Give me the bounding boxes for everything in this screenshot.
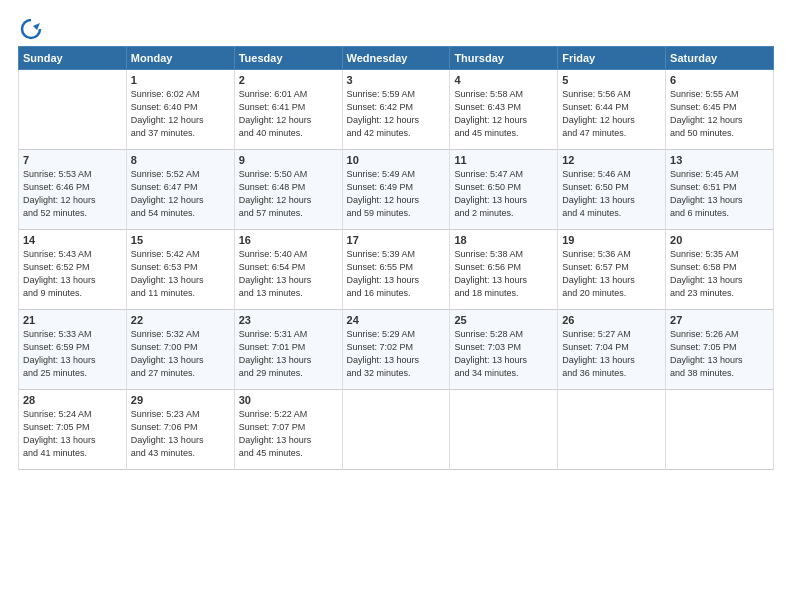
cell-content: Sunrise: 5:31 AM Sunset: 7:01 PM Dayligh… bbox=[239, 328, 338, 380]
header-wednesday: Wednesday bbox=[342, 47, 450, 70]
cell-w1-d3: 2Sunrise: 6:01 AM Sunset: 6:41 PM Daylig… bbox=[234, 70, 342, 150]
cell-w3-d4: 17Sunrise: 5:39 AM Sunset: 6:55 PM Dayli… bbox=[342, 230, 450, 310]
cell-content: Sunrise: 5:35 AM Sunset: 6:58 PM Dayligh… bbox=[670, 248, 769, 300]
week-row-2: 7Sunrise: 5:53 AM Sunset: 6:46 PM Daylig… bbox=[19, 150, 774, 230]
cell-content: Sunrise: 5:58 AM Sunset: 6:43 PM Dayligh… bbox=[454, 88, 553, 140]
day-number: 6 bbox=[670, 74, 769, 86]
day-number: 1 bbox=[131, 74, 230, 86]
day-number: 19 bbox=[562, 234, 661, 246]
header-thursday: Thursday bbox=[450, 47, 558, 70]
cell-content: Sunrise: 5:45 AM Sunset: 6:51 PM Dayligh… bbox=[670, 168, 769, 220]
week-row-3: 14Sunrise: 5:43 AM Sunset: 6:52 PM Dayli… bbox=[19, 230, 774, 310]
cell-content: Sunrise: 5:27 AM Sunset: 7:04 PM Dayligh… bbox=[562, 328, 661, 380]
cell-w5-d1: 28Sunrise: 5:24 AM Sunset: 7:05 PM Dayli… bbox=[19, 390, 127, 470]
cell-content: Sunrise: 5:56 AM Sunset: 6:44 PM Dayligh… bbox=[562, 88, 661, 140]
cell-w2-d1: 7Sunrise: 5:53 AM Sunset: 6:46 PM Daylig… bbox=[19, 150, 127, 230]
day-number: 22 bbox=[131, 314, 230, 326]
cell-content: Sunrise: 5:26 AM Sunset: 7:05 PM Dayligh… bbox=[670, 328, 769, 380]
cell-w4-d6: 26Sunrise: 5:27 AM Sunset: 7:04 PM Dayli… bbox=[558, 310, 666, 390]
cell-content: Sunrise: 5:53 AM Sunset: 6:46 PM Dayligh… bbox=[23, 168, 122, 220]
cell-w5-d5 bbox=[450, 390, 558, 470]
cell-w2-d6: 12Sunrise: 5:46 AM Sunset: 6:50 PM Dayli… bbox=[558, 150, 666, 230]
cell-w4-d3: 23Sunrise: 5:31 AM Sunset: 7:01 PM Dayli… bbox=[234, 310, 342, 390]
week-row-1: 1Sunrise: 6:02 AM Sunset: 6:40 PM Daylig… bbox=[19, 70, 774, 150]
cell-w3-d6: 19Sunrise: 5:36 AM Sunset: 6:57 PM Dayli… bbox=[558, 230, 666, 310]
header-monday: Monday bbox=[126, 47, 234, 70]
day-number: 4 bbox=[454, 74, 553, 86]
day-number: 28 bbox=[23, 394, 122, 406]
cell-w1-d5: 4Sunrise: 5:58 AM Sunset: 6:43 PM Daylig… bbox=[450, 70, 558, 150]
day-number: 23 bbox=[239, 314, 338, 326]
header-sunday: Sunday bbox=[19, 47, 127, 70]
cell-content: Sunrise: 5:39 AM Sunset: 6:55 PM Dayligh… bbox=[347, 248, 446, 300]
day-number: 29 bbox=[131, 394, 230, 406]
day-number: 18 bbox=[454, 234, 553, 246]
day-number: 25 bbox=[454, 314, 553, 326]
day-number: 13 bbox=[670, 154, 769, 166]
cell-w2-d5: 11Sunrise: 5:47 AM Sunset: 6:50 PM Dayli… bbox=[450, 150, 558, 230]
cell-content: Sunrise: 5:28 AM Sunset: 7:03 PM Dayligh… bbox=[454, 328, 553, 380]
day-number: 12 bbox=[562, 154, 661, 166]
day-number: 20 bbox=[670, 234, 769, 246]
cell-content: Sunrise: 5:32 AM Sunset: 7:00 PM Dayligh… bbox=[131, 328, 230, 380]
cell-content: Sunrise: 5:47 AM Sunset: 6:50 PM Dayligh… bbox=[454, 168, 553, 220]
day-number: 9 bbox=[239, 154, 338, 166]
header-saturday: Saturday bbox=[666, 47, 774, 70]
day-number: 17 bbox=[347, 234, 446, 246]
cell-w1-d6: 5Sunrise: 5:56 AM Sunset: 6:44 PM Daylig… bbox=[558, 70, 666, 150]
cell-content: Sunrise: 5:52 AM Sunset: 6:47 PM Dayligh… bbox=[131, 168, 230, 220]
cell-content: Sunrise: 5:23 AM Sunset: 7:06 PM Dayligh… bbox=[131, 408, 230, 460]
day-number: 7 bbox=[23, 154, 122, 166]
calendar-table: SundayMondayTuesdayWednesdayThursdayFrid… bbox=[18, 46, 774, 470]
cell-w3-d5: 18Sunrise: 5:38 AM Sunset: 6:56 PM Dayli… bbox=[450, 230, 558, 310]
cell-content: Sunrise: 5:42 AM Sunset: 6:53 PM Dayligh… bbox=[131, 248, 230, 300]
cell-w5-d2: 29Sunrise: 5:23 AM Sunset: 7:06 PM Dayli… bbox=[126, 390, 234, 470]
cell-content: Sunrise: 5:49 AM Sunset: 6:49 PM Dayligh… bbox=[347, 168, 446, 220]
day-number: 21 bbox=[23, 314, 122, 326]
cell-content: Sunrise: 5:43 AM Sunset: 6:52 PM Dayligh… bbox=[23, 248, 122, 300]
day-number: 15 bbox=[131, 234, 230, 246]
day-number: 27 bbox=[670, 314, 769, 326]
cell-w5-d7 bbox=[666, 390, 774, 470]
cell-w1-d2: 1Sunrise: 6:02 AM Sunset: 6:40 PM Daylig… bbox=[126, 70, 234, 150]
cell-w2-d7: 13Sunrise: 5:45 AM Sunset: 6:51 PM Dayli… bbox=[666, 150, 774, 230]
header-friday: Friday bbox=[558, 47, 666, 70]
cell-content: Sunrise: 5:40 AM Sunset: 6:54 PM Dayligh… bbox=[239, 248, 338, 300]
header-tuesday: Tuesday bbox=[234, 47, 342, 70]
cell-w4-d5: 25Sunrise: 5:28 AM Sunset: 7:03 PM Dayli… bbox=[450, 310, 558, 390]
cell-content: Sunrise: 6:02 AM Sunset: 6:40 PM Dayligh… bbox=[131, 88, 230, 140]
cell-w4-d7: 27Sunrise: 5:26 AM Sunset: 7:05 PM Dayli… bbox=[666, 310, 774, 390]
cell-w3-d3: 16Sunrise: 5:40 AM Sunset: 6:54 PM Dayli… bbox=[234, 230, 342, 310]
day-number: 8 bbox=[131, 154, 230, 166]
cell-content: Sunrise: 5:59 AM Sunset: 6:42 PM Dayligh… bbox=[347, 88, 446, 140]
cell-w5-d3: 30Sunrise: 5:22 AM Sunset: 7:07 PM Dayli… bbox=[234, 390, 342, 470]
page: SundayMondayTuesdayWednesdayThursdayFrid… bbox=[0, 0, 792, 612]
cell-content: Sunrise: 5:29 AM Sunset: 7:02 PM Dayligh… bbox=[347, 328, 446, 380]
cell-w2-d2: 8Sunrise: 5:52 AM Sunset: 6:47 PM Daylig… bbox=[126, 150, 234, 230]
week-row-5: 28Sunrise: 5:24 AM Sunset: 7:05 PM Dayli… bbox=[19, 390, 774, 470]
logo-icon bbox=[20, 18, 42, 40]
cell-content: Sunrise: 5:22 AM Sunset: 7:07 PM Dayligh… bbox=[239, 408, 338, 460]
cell-content: Sunrise: 5:33 AM Sunset: 6:59 PM Dayligh… bbox=[23, 328, 122, 380]
day-number: 10 bbox=[347, 154, 446, 166]
header bbox=[18, 18, 774, 40]
day-number: 24 bbox=[347, 314, 446, 326]
cell-content: Sunrise: 5:24 AM Sunset: 7:05 PM Dayligh… bbox=[23, 408, 122, 460]
day-number: 30 bbox=[239, 394, 338, 406]
cell-w1-d7: 6Sunrise: 5:55 AM Sunset: 6:45 PM Daylig… bbox=[666, 70, 774, 150]
cell-content: Sunrise: 6:01 AM Sunset: 6:41 PM Dayligh… bbox=[239, 88, 338, 140]
day-number: 14 bbox=[23, 234, 122, 246]
cell-w4-d4: 24Sunrise: 5:29 AM Sunset: 7:02 PM Dayli… bbox=[342, 310, 450, 390]
day-number: 26 bbox=[562, 314, 661, 326]
cell-w1-d4: 3Sunrise: 5:59 AM Sunset: 6:42 PM Daylig… bbox=[342, 70, 450, 150]
cell-w4-d1: 21Sunrise: 5:33 AM Sunset: 6:59 PM Dayli… bbox=[19, 310, 127, 390]
cell-w2-d3: 9Sunrise: 5:50 AM Sunset: 6:48 PM Daylig… bbox=[234, 150, 342, 230]
cell-content: Sunrise: 5:50 AM Sunset: 6:48 PM Dayligh… bbox=[239, 168, 338, 220]
logo bbox=[18, 18, 42, 40]
cell-w3-d7: 20Sunrise: 5:35 AM Sunset: 6:58 PM Dayli… bbox=[666, 230, 774, 310]
cell-w2-d4: 10Sunrise: 5:49 AM Sunset: 6:49 PM Dayli… bbox=[342, 150, 450, 230]
header-row: SundayMondayTuesdayWednesdayThursdayFrid… bbox=[19, 47, 774, 70]
day-number: 2 bbox=[239, 74, 338, 86]
cell-content: Sunrise: 5:38 AM Sunset: 6:56 PM Dayligh… bbox=[454, 248, 553, 300]
cell-content: Sunrise: 5:46 AM Sunset: 6:50 PM Dayligh… bbox=[562, 168, 661, 220]
